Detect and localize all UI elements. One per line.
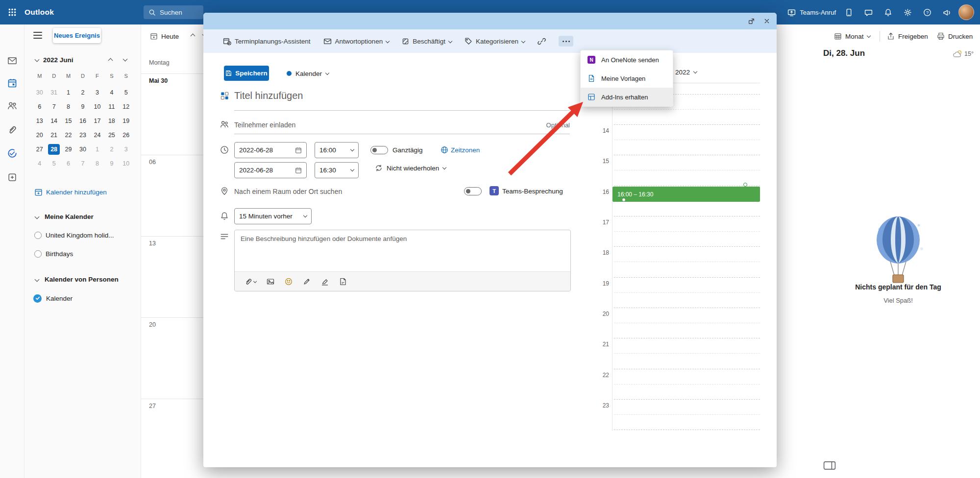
minical-day[interactable]: 8: [61, 99, 75, 114]
reminder-select[interactable]: 15 Minuten vorher: [234, 208, 312, 224]
calendar-picker[interactable]: Kalender: [287, 68, 329, 79]
attach-file-button[interactable]: [245, 278, 256, 286]
month-week-label[interactable]: 13: [149, 240, 156, 247]
minical-day[interactable]: 12: [119, 99, 133, 114]
rail-files-button[interactable]: [4, 121, 21, 138]
minical-day[interactable]: 7: [75, 156, 90, 170]
description-editor[interactable]: Eine Beschreibung hinzufügen oder Dokume…: [234, 230, 571, 291]
minical-day[interactable]: 22: [61, 128, 75, 142]
minical-title[interactable]: 2022 Juni: [43, 56, 74, 64]
reply-options-button[interactable]: Antwortoptionen: [323, 37, 390, 46]
minical-day[interactable]: 25: [104, 128, 119, 142]
calendar-checkbox-checked[interactable]: [33, 294, 42, 303]
timezones-button[interactable]: Zeitzonen: [451, 146, 480, 154]
minical-day[interactable]: 21: [47, 128, 61, 142]
calendar-group-header[interactable]: Kalender von Personen: [24, 273, 141, 285]
more-options-button[interactable]: [559, 36, 573, 47]
help-button[interactable]: ?: [919, 4, 935, 20]
minical-day[interactable]: 23: [75, 128, 90, 142]
chat-button[interactable]: [860, 4, 876, 20]
agenda-date-header[interactable]: Di, 28. Jun: [823, 48, 865, 58]
minical-day[interactable]: 28: [47, 142, 61, 156]
panel-toggle-icon[interactable]: [823, 461, 836, 470]
attendees-input[interactable]: Teilnehmer einladen: [234, 121, 295, 129]
minical-day[interactable]: 10: [90, 99, 104, 114]
minical-day[interactable]: 2: [104, 142, 119, 156]
minical-day[interactable]: 17: [90, 114, 104, 128]
minical-day[interactable]: 9: [75, 99, 90, 114]
save-button[interactable]: Speichern: [224, 66, 269, 81]
app-launcher-button[interactable]: [0, 0, 24, 24]
new-event-button[interactable]: Neues Ereignis: [53, 28, 101, 43]
minical-day[interactable]: 1: [90, 142, 104, 156]
show-as-busy-button[interactable]: Beschäftigt: [402, 38, 452, 45]
teams-call-button[interactable]: Teams-Anruf: [787, 8, 836, 17]
avatar[interactable]: [958, 4, 974, 20]
minical-day[interactable]: 13: [32, 114, 47, 128]
weather-summary[interactable]: 15°: [953, 49, 974, 58]
whats-new-button[interactable]: [939, 4, 955, 20]
calendar-checkbox[interactable]: [34, 232, 42, 239]
minical-day[interactable]: 30: [75, 142, 90, 156]
minical-day[interactable]: 7: [47, 99, 61, 114]
rail-todo-button[interactable]: [4, 145, 21, 162]
minical-next-icon[interactable]: [123, 57, 128, 62]
event-block[interactable]: 16:00 – 16:30: [612, 187, 760, 202]
calendar-checkbox[interactable]: [34, 250, 42, 258]
teams-meeting-toggle[interactable]: [464, 187, 482, 195]
minical-day[interactable]: 6: [61, 156, 75, 170]
minical-day[interactable]: 19: [119, 114, 133, 128]
menu-item-templates[interactable]: Meine Vorlagen: [581, 69, 673, 88]
month-week-label[interactable]: Mai 30: [149, 77, 168, 84]
title-input[interactable]: Titel hinzufügen: [234, 90, 303, 101]
minical-day[interactable]: 11: [104, 99, 119, 114]
minical-day[interactable]: 3: [119, 142, 133, 156]
minical-day[interactable]: 24: [90, 128, 104, 142]
minical-day[interactable]: 26: [119, 128, 133, 142]
device-button[interactable]: [841, 4, 857, 20]
minical-day[interactable]: 5: [47, 156, 61, 170]
minical-day[interactable]: 5: [119, 85, 133, 99]
minical-day[interactable]: 4: [32, 156, 47, 170]
event-resize-handle-top[interactable]: [743, 183, 747, 187]
minical-day[interactable]: 31: [47, 85, 61, 99]
minical-day[interactable]: 16: [75, 114, 90, 128]
minical-day[interactable]: 20: [32, 128, 47, 142]
menu-item-get-addins[interactable]: Add-Ins erhalten: [581, 88, 673, 106]
minical-prev-icon[interactable]: [108, 58, 113, 63]
optional-attendees-button[interactable]: Optional: [543, 121, 570, 129]
minical-day[interactable]: 30: [32, 85, 47, 99]
minical-day[interactable]: 15: [61, 114, 75, 128]
print-button[interactable]: Drucken: [937, 29, 973, 43]
minical-day[interactable]: 8: [90, 156, 104, 170]
view-switch-button[interactable]: Monat: [834, 29, 870, 43]
calendar-list-item[interactable]: United Kingdom holid...: [24, 229, 141, 241]
scheduling-assistant-button[interactable]: Terminplanungs-Assistent: [223, 37, 311, 46]
minical-day[interactable]: 18: [104, 114, 119, 128]
rail-people-button[interactable]: [4, 97, 21, 114]
minical-day[interactable]: 14: [47, 114, 61, 128]
minical-day[interactable]: 9: [104, 156, 119, 170]
hamburger-button[interactable]: [33, 32, 42, 39]
day-preview-header[interactable]: 2022: [675, 69, 697, 76]
highlighter-icon[interactable]: [321, 278, 329, 286]
calendar-group-header[interactable]: Meine Kalender: [24, 211, 141, 222]
link-button[interactable]: [538, 37, 546, 46]
menu-item-onenote[interactable]: N An OneNote senden: [581, 50, 673, 69]
end-time-select[interactable]: 16:30: [315, 162, 359, 178]
minical-day[interactable]: 27: [32, 142, 47, 156]
month-week-label[interactable]: 27: [149, 403, 156, 409]
location-input[interactable]: Nach einem Raum oder Ort suchen: [234, 188, 342, 195]
minical-day[interactable]: 2: [75, 85, 90, 99]
calendar-list-item[interactable]: Kalender: [24, 292, 141, 305]
minical-day[interactable]: 1: [61, 85, 75, 99]
end-date-input[interactable]: 2022-06-28: [234, 162, 307, 178]
minical-collapse-icon[interactable]: [35, 57, 40, 62]
categorize-button[interactable]: Kategorisieren: [465, 37, 525, 45]
rail-mail-button[interactable]: [4, 52, 21, 69]
start-date-input[interactable]: 2022-06-28: [234, 142, 307, 158]
minical-day[interactable]: 3: [90, 85, 104, 99]
start-time-select[interactable]: 16:00: [315, 142, 359, 158]
add-calendar-button[interactable]: Kalender hinzufügen: [24, 186, 141, 198]
search-input[interactable]: Suchen: [144, 5, 203, 19]
